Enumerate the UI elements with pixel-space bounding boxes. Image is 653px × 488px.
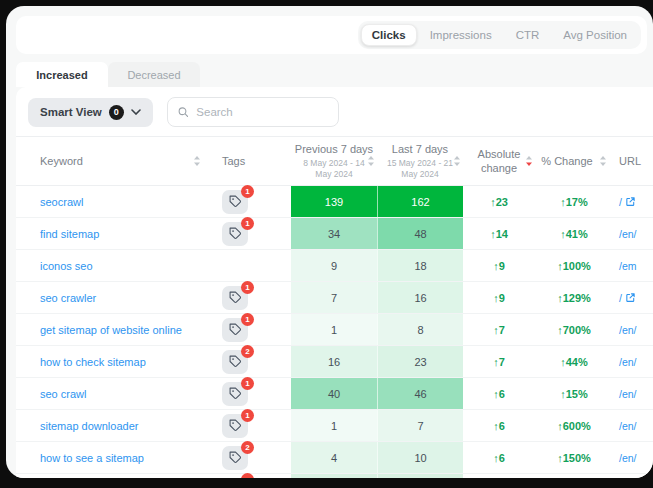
tab-decreased[interactable]: Decreased — [108, 62, 200, 87]
chevron-down-icon — [131, 109, 141, 115]
smart-view-label: Smart View — [40, 106, 102, 118]
percent-change-value: ↑15% — [535, 378, 613, 409]
tag-icon — [229, 387, 242, 400]
url-link[interactable]: /en/ — [619, 324, 637, 336]
percent-change-value: ↑41% — [535, 218, 613, 249]
tag-button[interactable]: 1 — [222, 382, 248, 406]
url-link[interactable]: /en/ — [619, 388, 637, 400]
sort-icon[interactable] — [367, 155, 375, 167]
tag-button[interactable]: 1 — [222, 286, 248, 310]
keyword-link[interactable]: how to check sitemap — [40, 356, 146, 368]
app-frame: Clicks Impressions CTR Avg Position Incr… — [6, 6, 653, 478]
table-row: how to see a sitemap 2 4 10 ↑6 ↑150% /en… — [16, 442, 653, 474]
keyword-link[interactable]: get sitemap of website online — [40, 324, 182, 336]
smart-view-dropdown[interactable]: Smart View 0 — [28, 98, 153, 127]
header-tags: Tags — [213, 137, 291, 185]
search-box — [167, 97, 339, 127]
header-last-7-days[interactable]: Last 7 days 15 May 2024 - 21 May 2024 — [377, 137, 463, 185]
previous-value-cell: 7 — [291, 282, 377, 313]
last-value-cell: 46 — [377, 378, 463, 409]
absolute-change-value: ↑23 — [463, 186, 535, 217]
tag-icon — [229, 451, 242, 464]
table-row: how to check sitemap 2 16 23 ↑7 ↑44% /en… — [16, 346, 653, 378]
tab-avg-position[interactable]: Avg Position — [552, 24, 638, 46]
url-link[interactable]: /en/ — [619, 452, 637, 464]
tag-icon — [229, 355, 242, 368]
percent-change-value: ↑100% — [535, 250, 613, 281]
tab-impressions[interactable]: Impressions — [419, 24, 503, 46]
url-link[interactable]: / — [619, 196, 636, 208]
last-value-cell: 10 — [377, 442, 463, 473]
header-previous-7-days[interactable]: Previous 7 days 8 May 2024 - 14 May 2024 — [291, 137, 377, 185]
table-row: seo crawl 1 40 46 ↑6 ↑15% /en/ — [16, 378, 653, 410]
tag-count-badge: 2 — [241, 441, 254, 454]
sort-icon[interactable] — [193, 155, 201, 167]
url-link[interactable]: / — [619, 292, 636, 304]
last-value-cell: 7 — [377, 410, 463, 441]
external-link-icon — [625, 196, 636, 207]
absolute-change-value: ↑6 — [463, 410, 535, 441]
header-absolute-change[interactable]: Absolute change — [463, 137, 535, 185]
tab-increased[interactable]: Increased — [16, 62, 108, 87]
last-value-cell: 162 — [377, 186, 463, 217]
header-percent-change[interactable]: % Change — [535, 137, 613, 185]
previous-value-cell — [291, 474, 377, 478]
tag-count-badge: 1 — [241, 377, 254, 390]
tag-count-badge: 1 — [241, 281, 254, 294]
tag-button[interactable]: 2 — [222, 446, 248, 470]
previous-value-cell: 16 — [291, 346, 377, 377]
tag-button[interactable] — [222, 478, 248, 479]
tag-button[interactable]: 2 — [222, 350, 248, 374]
tag-icon — [229, 195, 242, 208]
header-url[interactable]: URL — [613, 137, 653, 185]
tag-button[interactable]: 1 — [222, 222, 248, 246]
tag-count-badge: 1 — [241, 409, 254, 422]
percent-change-value: ↑129% — [535, 282, 613, 313]
previous-value-cell: 1 — [291, 314, 377, 345]
url-link[interactable]: /en/ — [619, 356, 637, 368]
percent-change-value — [535, 474, 613, 478]
tag-icon — [229, 419, 242, 432]
header-keyword[interactable]: Keyword — [16, 137, 213, 185]
keyword-link[interactable]: seo crawl — [40, 388, 86, 400]
search-input[interactable] — [196, 106, 327, 118]
last-value-cell: 8 — [377, 314, 463, 345]
keyword-link[interactable]: seo crawler — [40, 292, 96, 304]
keyword-link[interactable]: iconos seo — [40, 260, 93, 272]
tag-button[interactable]: 1 — [222, 414, 248, 438]
last-value-cell: 48 — [377, 218, 463, 249]
url-link[interactable]: /em — [619, 260, 637, 272]
percent-change-value: ↑600% — [535, 410, 613, 441]
sort-icon-active[interactable] — [525, 155, 533, 167]
last-value-cell: 23 — [377, 346, 463, 377]
previous-value-cell: 1 — [291, 410, 377, 441]
previous-value-cell: 9 — [291, 250, 377, 281]
tag-button[interactable]: 1 — [222, 190, 248, 214]
sort-icon[interactable] — [599, 155, 607, 167]
keyword-link[interactable]: find sitemap — [40, 228, 99, 240]
search-icon — [178, 106, 189, 118]
table-row: sitemap downloader 1 1 7 ↑6 ↑600% /en/ — [16, 410, 653, 442]
last-value-cell: 18 — [377, 250, 463, 281]
last-value-cell: 16 — [377, 282, 463, 313]
keyword-link[interactable]: how to see a sitemap — [40, 452, 144, 464]
keyword-link[interactable]: seocrawl — [40, 196, 83, 208]
table-header: Keyword Tags Previous 7 days 8 May 2024 … — [16, 136, 653, 186]
table-row: seocrawl 1 139 162 ↑23 ↑17% / — [16, 186, 653, 218]
keyword-link[interactable]: sitemap downloader — [40, 420, 138, 432]
absolute-change-value: ↑14 — [463, 218, 535, 249]
previous-value-cell: 40 — [291, 378, 377, 409]
url-link[interactable]: /en/ — [619, 228, 637, 240]
tab-ctr[interactable]: CTR — [505, 24, 551, 46]
tag-count-badge — [241, 473, 254, 479]
percent-change-value: ↑17% — [535, 186, 613, 217]
metric-segmented-control: Clicks Impressions CTR Avg Position — [358, 21, 641, 49]
url-link[interactable]: /en/ — [619, 420, 637, 432]
tag-button[interactable]: 1 — [222, 318, 248, 342]
absolute-change-value: ↑9 — [463, 282, 535, 313]
tag-icon — [229, 291, 242, 304]
table-row: seo crawler 1 7 16 ↑9 ↑129% / — [16, 282, 653, 314]
filter-controls: Smart View 0 — [16, 87, 653, 136]
sort-icon[interactable] — [453, 155, 461, 167]
tab-clicks[interactable]: Clicks — [361, 24, 417, 46]
